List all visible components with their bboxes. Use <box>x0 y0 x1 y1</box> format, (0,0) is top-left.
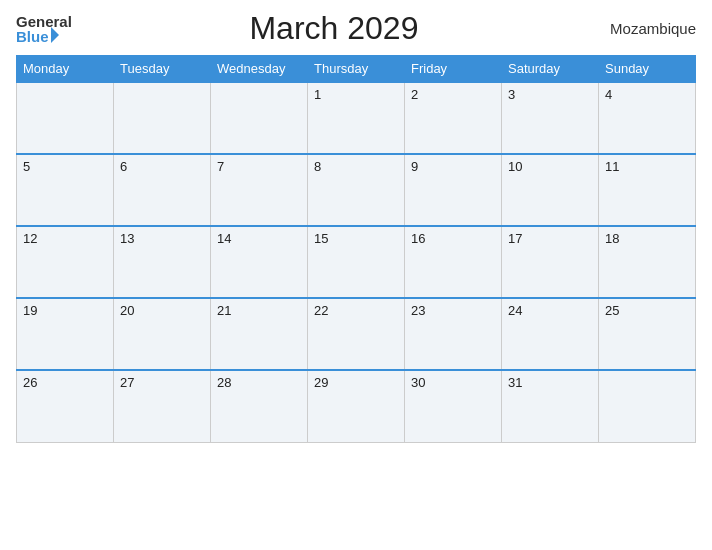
calendar-week-row: 12131415161718 <box>17 226 696 298</box>
table-row: 22 <box>308 298 405 370</box>
calendar-week-row: 19202122232425 <box>17 298 696 370</box>
calendar-table: Monday Tuesday Wednesday Thursday Friday… <box>16 55 696 443</box>
table-row: 19 <box>17 298 114 370</box>
table-row: 7 <box>211 154 308 226</box>
day-number: 5 <box>23 159 30 174</box>
day-number: 25 <box>605 303 619 318</box>
table-row: 5 <box>17 154 114 226</box>
table-row: 14 <box>211 226 308 298</box>
day-number: 27 <box>120 375 134 390</box>
day-number: 12 <box>23 231 37 246</box>
table-row: 29 <box>308 370 405 442</box>
day-number: 26 <box>23 375 37 390</box>
logo-general-text: General <box>16 14 72 29</box>
day-number: 22 <box>314 303 328 318</box>
day-number: 8 <box>314 159 321 174</box>
day-number: 16 <box>411 231 425 246</box>
day-number: 2 <box>411 87 418 102</box>
day-number: 19 <box>23 303 37 318</box>
day-number: 30 <box>411 375 425 390</box>
calendar-header-row: Monday Tuesday Wednesday Thursday Friday… <box>17 56 696 83</box>
col-thursday: Thursday <box>308 56 405 83</box>
table-row: 16 <box>405 226 502 298</box>
day-number: 9 <box>411 159 418 174</box>
day-number: 29 <box>314 375 328 390</box>
table-row: 17 <box>502 226 599 298</box>
day-number: 31 <box>508 375 522 390</box>
day-number: 23 <box>411 303 425 318</box>
table-row: 11 <box>599 154 696 226</box>
table-row: 12 <box>17 226 114 298</box>
calendar-week-row: 262728293031 <box>17 370 696 442</box>
day-number: 4 <box>605 87 612 102</box>
table-row: 28 <box>211 370 308 442</box>
table-row: 1 <box>308 82 405 154</box>
table-row: 10 <box>502 154 599 226</box>
day-number: 10 <box>508 159 522 174</box>
calendar-week-row: 1234 <box>17 82 696 154</box>
table-row: 23 <box>405 298 502 370</box>
col-tuesday: Tuesday <box>114 56 211 83</box>
logo-blue-text: Blue <box>16 29 59 44</box>
day-number: 28 <box>217 375 231 390</box>
table-row: 3 <box>502 82 599 154</box>
page-title: March 2029 <box>72 10 596 47</box>
table-row: 15 <box>308 226 405 298</box>
table-row: 20 <box>114 298 211 370</box>
day-number: 7 <box>217 159 224 174</box>
table-row: 26 <box>17 370 114 442</box>
day-number: 21 <box>217 303 231 318</box>
col-monday: Monday <box>17 56 114 83</box>
day-number: 15 <box>314 231 328 246</box>
col-wednesday: Wednesday <box>211 56 308 83</box>
day-number: 20 <box>120 303 134 318</box>
table-row: 25 <box>599 298 696 370</box>
day-number: 3 <box>508 87 515 102</box>
header: General Blue March 2029 Mozambique <box>16 10 696 47</box>
table-row <box>211 82 308 154</box>
day-number: 6 <box>120 159 127 174</box>
col-friday: Friday <box>405 56 502 83</box>
table-row <box>17 82 114 154</box>
day-number: 1 <box>314 87 321 102</box>
table-row: 6 <box>114 154 211 226</box>
day-number: 14 <box>217 231 231 246</box>
calendar-week-row: 567891011 <box>17 154 696 226</box>
day-number: 18 <box>605 231 619 246</box>
table-row: 4 <box>599 82 696 154</box>
day-number: 13 <box>120 231 134 246</box>
table-row: 27 <box>114 370 211 442</box>
calendar-page: General Blue March 2029 Mozambique Monda… <box>0 0 712 550</box>
table-row: 21 <box>211 298 308 370</box>
table-row: 13 <box>114 226 211 298</box>
table-row: 8 <box>308 154 405 226</box>
table-row: 9 <box>405 154 502 226</box>
country-label: Mozambique <box>596 20 696 37</box>
table-row: 30 <box>405 370 502 442</box>
table-row: 18 <box>599 226 696 298</box>
logo: General Blue <box>16 14 72 44</box>
day-number: 11 <box>605 159 619 174</box>
day-number: 24 <box>508 303 522 318</box>
table-row: 31 <box>502 370 599 442</box>
logo-triangle-icon <box>51 27 59 43</box>
col-sunday: Sunday <box>599 56 696 83</box>
col-saturday: Saturday <box>502 56 599 83</box>
table-row: 2 <box>405 82 502 154</box>
table-row <box>114 82 211 154</box>
day-number: 17 <box>508 231 522 246</box>
table-row <box>599 370 696 442</box>
table-row: 24 <box>502 298 599 370</box>
